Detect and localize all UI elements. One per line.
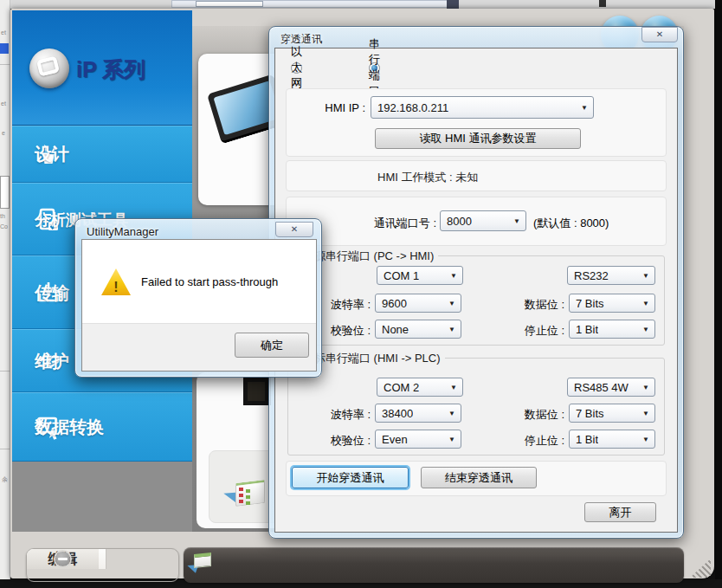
chevron-down-icon: ▼ xyxy=(513,217,520,225)
source-databits-combobox[interactable]: 7 Bits ▼ xyxy=(569,294,655,313)
sidebar-item-design[interactable]: 设计 xyxy=(12,126,192,183)
ok-button[interactable]: 确定 xyxy=(235,333,309,358)
target-baud-combobox[interactable]: 38400 ▼ xyxy=(375,404,461,423)
target-stopbits-combobox[interactable]: 1 Bit ▼ xyxy=(569,430,655,449)
target-parity-value: Even xyxy=(382,433,408,446)
source-baud-label: 波特率 : xyxy=(320,297,371,313)
fragment-text: et xyxy=(1,29,6,36)
close-icon: ✕ xyxy=(656,30,663,39)
sidebar-header: iP 系列 xyxy=(12,10,192,126)
sidebar-item-label: 传输 xyxy=(35,281,69,305)
chevron-down-icon: ▼ xyxy=(581,104,588,112)
target-interface-value: RS485 4W xyxy=(574,381,629,394)
background-window-fragment xyxy=(196,1,263,7)
toolbar-device-icon xyxy=(194,552,211,568)
fragment-link xyxy=(0,43,9,54)
source-parity-label: 校验位 : xyxy=(320,323,371,339)
series-title: iP 系列 xyxy=(76,55,145,84)
hmi-ip-label: HMI IP : xyxy=(286,101,365,114)
error-dialog-close-button[interactable]: ✕ xyxy=(275,222,313,237)
source-parity-combobox[interactable]: None ▼ xyxy=(375,320,461,339)
fragment-divider xyxy=(0,449,10,449)
source-stopbits-combobox[interactable]: 1 Bit ▼ xyxy=(569,320,655,339)
fragment-text: Co xyxy=(0,223,8,229)
target-com-combobox[interactable]: COM 2 ▼ xyxy=(377,378,463,397)
fragment-box xyxy=(0,176,10,209)
background-window-fragment xyxy=(599,0,606,7)
chevron-down-icon: ▼ xyxy=(642,384,649,391)
source-stopbits-value: 1 Bit xyxy=(576,323,598,336)
chevron-down-icon: ▼ xyxy=(448,436,455,443)
error-message: Failed to start pass-through xyxy=(141,275,278,288)
chevron-down-icon: ▼ xyxy=(642,436,649,443)
chevron-down-icon: ▼ xyxy=(448,326,455,333)
close-icon: ✕ xyxy=(291,225,298,234)
source-parity-value: None xyxy=(382,323,409,336)
mode-toggle-group: 执行 编辑 xyxy=(26,548,179,582)
target-databits-combobox[interactable]: 7 Bits ▼ xyxy=(569,404,655,423)
fragment-text: th xyxy=(0,213,5,219)
sidebar-item-label: 设计 xyxy=(35,143,69,166)
source-databits-value: 7 Bits xyxy=(576,297,604,310)
passthrough-dialog-close-button[interactable]: ✕ xyxy=(641,27,678,42)
fragment-text: et xyxy=(1,100,6,107)
target-com-value: COM 2 xyxy=(384,381,419,394)
hmi-device-image xyxy=(243,378,271,405)
fragment-text: 余 xyxy=(2,476,8,482)
desktop-edge xyxy=(715,0,722,588)
fragment-divider xyxy=(0,371,10,372)
hmi-panel-icon xyxy=(29,48,69,88)
error-dialog-title: UtilityManager xyxy=(87,225,158,238)
target-baud-label: 波特率 : xyxy=(320,407,371,423)
background-window-fragment-top xyxy=(0,0,715,9)
target-databits-value: 7 Bits xyxy=(576,407,604,420)
port-default-note: (默认值 : 8000) xyxy=(533,216,609,231)
chevron-down-icon: ▼ xyxy=(642,300,649,307)
chevron-down-icon: ▼ xyxy=(642,410,649,417)
source-com-value: COM 1 xyxy=(384,269,419,282)
bottom-toolbar xyxy=(184,547,684,583)
hmi-ip-value: 192.168.0.211 xyxy=(377,101,448,114)
target-parity-label: 校验位 : xyxy=(320,433,371,449)
port-combobox[interactable]: 8000 ▼ xyxy=(440,210,526,231)
chevron-down-icon: ▼ xyxy=(450,272,457,280)
edit-mode-button[interactable]: 编辑 xyxy=(27,549,99,569)
fragment-text: e xyxy=(2,130,5,136)
target-databits-label: 数据位 : xyxy=(512,407,564,423)
sidebar-item-label: 数据转换 xyxy=(35,416,104,439)
exit-button[interactable]: 离开 xyxy=(584,502,656,522)
target-stopbits-label: 停止位 : xyxy=(512,433,564,449)
chevron-down-icon: ▼ xyxy=(448,300,455,307)
ethernet-radio-label: 以太网 xyxy=(291,44,302,91)
source-stopbits-label: 停止位 : xyxy=(512,323,564,339)
background-window-fragment-left: et et e th Co 余 xyxy=(0,0,10,580)
hmi-panel-glyph xyxy=(36,56,60,77)
device-image-dots xyxy=(246,489,250,506)
target-parity-combobox[interactable]: Even ▼ xyxy=(375,430,461,449)
port-label: 通讯端口号 : xyxy=(345,216,436,231)
screen: et et e th Co 余 iP 系列 设计 xyxy=(0,0,722,588)
chevron-down-icon: ▼ xyxy=(642,326,649,333)
source-com-combobox[interactable]: COM 1 ▼ xyxy=(377,266,463,285)
sidebar-footer-area xyxy=(12,462,192,532)
warning-mark: ! xyxy=(113,279,118,295)
start-passthrough-button[interactable]: 开始穿透通讯 xyxy=(292,467,409,488)
source-baud-combobox[interactable]: 9600 ▼ xyxy=(375,294,461,313)
source-databits-label: 数据位 : xyxy=(512,297,564,313)
chevron-down-icon: ▼ xyxy=(642,272,649,280)
end-passthrough-button[interactable]: 结束穿透通讯 xyxy=(421,467,537,488)
sidebar-item-data-conversion[interactable]: 数据转换 xyxy=(12,392,192,462)
source-baud-value: 9600 xyxy=(382,297,407,310)
target-baud-value: 38400 xyxy=(382,407,413,420)
chevron-down-icon: ▼ xyxy=(448,410,455,417)
hmi-ip-combobox[interactable]: 192.168.0.211 ▼ xyxy=(371,96,594,119)
fragment-divider xyxy=(0,64,10,65)
port-value: 8000 xyxy=(447,215,472,228)
source-interface-value: RS232 xyxy=(574,269,609,282)
source-interface-combobox[interactable]: RS232 ▼ xyxy=(567,266,655,285)
read-hmi-params-button[interactable]: 读取 HMI 通讯参数设置 xyxy=(375,128,581,149)
hmi-work-mode-text: HMI 工作模式 : 未知 xyxy=(377,170,478,185)
target-interface-combobox[interactable]: RS485 4W ▼ xyxy=(567,378,655,397)
device-image-dots xyxy=(239,488,243,504)
chevron-down-icon: ▼ xyxy=(450,384,457,391)
